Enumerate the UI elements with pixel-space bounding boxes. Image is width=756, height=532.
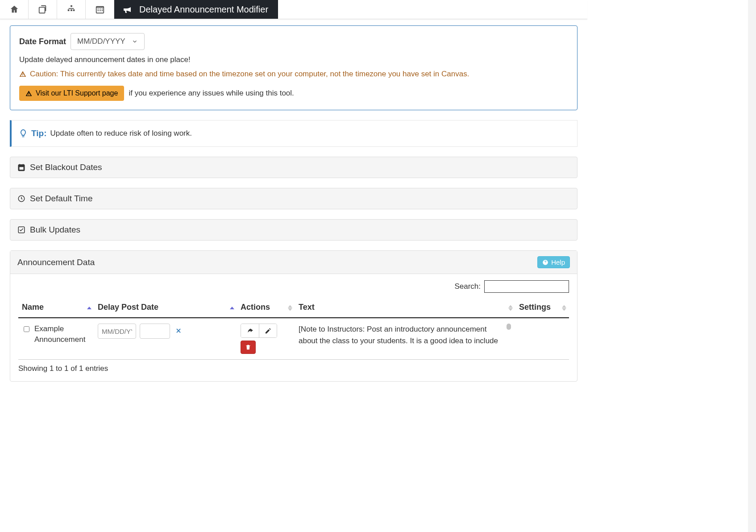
bullhorn-icon — [122, 4, 133, 15]
row-delete-button[interactable] — [241, 341, 256, 354]
pencil-icon — [265, 328, 271, 334]
row-name: Example Announcement — [34, 324, 91, 345]
search-label: Search: — [454, 282, 481, 291]
nav-home[interactable] — [0, 0, 29, 19]
x-icon — [175, 328, 182, 334]
top-nav: Delayed Announcement Modifier — [0, 0, 587, 19]
copy-icon — [38, 4, 48, 14]
caution-text: Caution: This currently takes date and t… — [30, 70, 469, 79]
announcement-data-title: Announcement Data — [17, 258, 95, 267]
accordion-blackout-label: Set Blackout Dates — [30, 162, 102, 172]
accordion-blackout-dates[interactable]: Set Blackout Dates — [10, 157, 577, 178]
page-scrollbar[interactable] — [748, 0, 756, 404]
row-checkbox[interactable] — [24, 325, 29, 333]
lti-button-label: Visit our LTI Support page — [36, 89, 118, 97]
accordion-default-time[interactable]: Set Default Time — [10, 188, 577, 209]
check-square-icon — [17, 226, 25, 234]
share-arrow-icon — [247, 328, 253, 334]
col-name[interactable]: Name — [18, 298, 94, 318]
clock-icon — [17, 195, 25, 203]
delay-time-input[interactable] — [140, 324, 170, 339]
date-format-select[interactable]: MM/DD/YYYY — [71, 33, 145, 50]
lti-support-button[interactable]: Visit our LTI Support page — [19, 86, 124, 101]
scrollbar-thumb[interactable] — [507, 324, 511, 330]
delay-date-input[interactable] — [98, 324, 136, 339]
chevron-down-icon — [132, 38, 138, 45]
home-icon — [9, 4, 19, 14]
accordion-default-time-label: Set Default Time — [30, 194, 92, 204]
panel-description: Update delayed announcement dates in one… — [19, 55, 568, 64]
warning-icon — [19, 71, 26, 78]
row-forward-button[interactable] — [241, 324, 259, 337]
date-format-value: MM/DD/YYYY — [77, 37, 125, 46]
trash-icon — [245, 344, 251, 350]
sort-desc-icon — [508, 308, 513, 311]
sort-desc-icon — [288, 308, 292, 311]
nav-active-tab[interactable]: Delayed Announcement Modifier — [114, 0, 278, 19]
nav-sitemap[interactable] — [57, 0, 86, 19]
help-label: Help — [551, 258, 565, 266]
table-showing-text: Showing 1 to 1 of 1 entries — [18, 360, 569, 373]
sort-desc-icon — [562, 308, 566, 311]
col-settings[interactable]: Settings — [515, 298, 569, 318]
row-edit-button[interactable] — [259, 324, 277, 337]
question-circle-icon — [542, 259, 548, 266]
help-button[interactable]: Help — [537, 256, 570, 268]
date-format-label: Date Format — [19, 37, 66, 46]
sort-asc-icon — [230, 307, 234, 309]
sort-asc-icon — [288, 305, 292, 308]
col-delay[interactable]: Delay Post Date — [94, 298, 237, 318]
table-row: Example Announcement — [18, 318, 569, 360]
row-text: [Note to Instructors: Post an introducto… — [299, 324, 504, 348]
clear-date-button[interactable] — [174, 327, 183, 336]
warning-icon — [25, 90, 32, 97]
accordion-bulk-updates[interactable]: Bulk Updates — [10, 219, 577, 241]
col-actions[interactable]: Actions — [237, 298, 295, 318]
tip-box: Tip: Update often to reduce risk of losi… — [10, 120, 577, 147]
sort-asc-icon — [508, 305, 513, 308]
calendar-icon — [17, 163, 25, 171]
announcement-data-panel: Announcement Data Help Search: Name — [10, 250, 577, 382]
row-text-scrollbar[interactable] — [506, 324, 512, 348]
sort-asc-icon — [87, 307, 91, 309]
announcement-table: Name Delay Post Date Actions — [18, 298, 569, 360]
tip-text: Update often to reduce risk of losing wo… — [50, 129, 192, 138]
sort-asc-icon — [562, 305, 566, 308]
tip-label: Tip: — [31, 129, 46, 138]
sitemap-icon — [66, 4, 76, 14]
accordion-bulk-label: Bulk Updates — [30, 225, 80, 235]
nav-calendar[interactable] — [86, 0, 114, 19]
search-input[interactable] — [484, 280, 569, 293]
nav-active-label: Delayed Announcement Modifier — [139, 4, 268, 15]
lightbulb-icon — [19, 129, 28, 138]
nav-copy[interactable] — [29, 0, 57, 19]
lti-tail-text: if you experience any issues while using… — [129, 89, 294, 98]
col-text[interactable]: Text — [295, 298, 515, 318]
caution-line: Caution: This currently takes date and t… — [19, 70, 568, 79]
info-panel: Date Format MM/DD/YYYY Update delayed an… — [10, 25, 577, 110]
calendar-grid-icon — [95, 4, 105, 14]
